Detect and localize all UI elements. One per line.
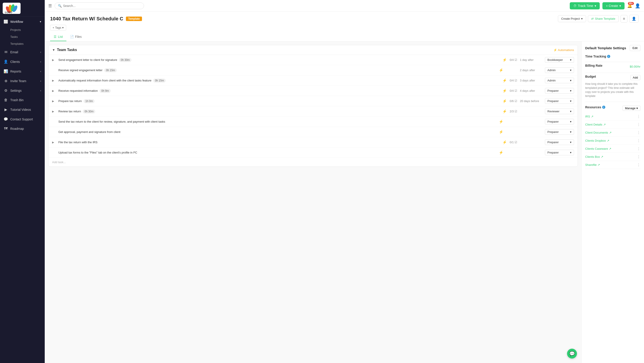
automations-link[interactable]: ⚡ Automations [554,48,574,52]
sidebar-item-projects[interactable]: Projects [10,27,45,33]
task-assignee[interactable]: Preparer▾ [545,129,574,135]
tags-button[interactable]: + Tags ▾ [50,25,66,31]
sidebar-item-label: Reports [10,70,21,73]
more-options-button[interactable]: ⋮ [637,114,640,119]
sidebar-item-trash-bin[interactable]: 🗑 Trash Bin [0,95,45,105]
task-assignee[interactable]: Preparer▾ [545,139,574,145]
more-options-button[interactable]: ⋮ [637,155,640,159]
right-panel-title: Default Template Settings [585,46,626,50]
resource-link[interactable]: Clients Box↗ [585,155,637,158]
table-row: Get approval, payment and signature from… [48,127,578,137]
task-assignee[interactable]: Admin▾ [545,67,574,73]
search-box: 🔍 [54,3,144,9]
create-project-button[interactable]: Create Project ▾ [558,15,586,22]
sidebar-item-reports[interactable]: 📊 Reports ‹ [0,67,45,76]
automation-icon[interactable]: ⚡ [499,130,503,134]
resource-link[interactable]: Sharefile↗ [585,163,637,167]
more-options-button[interactable]: ⋮ [637,163,640,167]
external-link-icon: ↗ [607,139,609,142]
budget-row: Budget Add [585,75,640,80]
manage-button[interactable]: Manage ▾ [622,106,640,111]
expand-button[interactable]: ▶ [52,89,56,92]
tab-list[interactable]: ☰ List [50,33,66,41]
billing-rate-row: Billing Rate $0.00/hr [585,64,640,69]
resource-link[interactable]: Client Details↗ [585,123,637,126]
track-time-label: Track Time [578,4,593,8]
chevron-down-icon: ▾ [636,107,638,110]
automation-icon[interactable]: ⚡ [502,89,507,93]
automation-icon[interactable]: ⚡ [499,68,503,72]
sidebar-item-tasks[interactable]: Tasks [10,33,45,40]
list-item: Clients Caseware↗⋮ [585,145,640,153]
avatar-button[interactable]: 👤 [635,3,640,9]
task-assignee[interactable]: Preparer▾ [545,119,574,124]
add-task-row[interactable]: Add task... [48,158,578,167]
share-template-button[interactable]: ⇄ Share Template [588,15,619,22]
sidebar: LOGO ⬜ Workflow ▾ Projects Tasks Templat… [0,0,45,363]
budget-add-button[interactable]: Add [630,75,640,80]
task-assignee[interactable]: Preparer▾ [545,88,574,94]
task-assignee[interactable]: Preparer▾ [545,150,574,155]
more-options-button[interactable]: ⋮ [637,139,640,143]
expand-button[interactable]: ▶ [52,58,56,62]
billing-rate-value: $0.00/hr [630,65,640,68]
more-options-button[interactable]: ⋮ [637,147,640,151]
hamburger-icon[interactable]: ☰ [48,3,52,8]
resources-info-icon[interactable]: i [602,106,605,109]
resources-header: Resources i Manage ▾ [585,105,640,111]
track-time-button[interactable]: ⏱ Track Time ▾ [570,2,600,10]
list-view-button[interactable]: ≡ [620,15,628,23]
automation-icon[interactable]: ⚡ [499,150,503,155]
sidebar-item-templates[interactable]: Templates [10,40,45,47]
task-name: File the tax return with the IRS [58,141,500,144]
table-row: Upload tax forms to the "Files" tab on t… [48,148,578,158]
automation-icon[interactable]: ⚡ [502,140,507,144]
files-icon: 📄 [70,35,74,39]
sidebar-item-workflow[interactable]: ⬜ Workflow ▾ [0,17,45,27]
resource-link[interactable]: Clients Caseware↗ [585,147,637,150]
header-actions: Create Project ▾ ⇄ Share Template ≡ 👤 [558,15,639,23]
tab-files[interactable]: 📄 Files [66,33,86,41]
resource-link[interactable]: Client Documents↗ [585,131,637,134]
search-input[interactable] [63,4,141,8]
sidebar-item-contact-support[interactable]: 💬 Contact Support [0,114,45,124]
sidebar-item-tutorial-videos[interactable]: ▶ Tutorial Videos [0,105,45,114]
edit-button[interactable]: Edit [630,45,640,51]
sidebar-item-invite-team[interactable]: ⊕ Invite Team ‹ [0,76,45,86]
expand-button[interactable]: ▶ [52,141,56,144]
info-icon[interactable]: i [607,55,610,58]
automation-icon[interactable]: ⚡ [502,78,507,83]
task-assignee[interactable]: Bookkeeper▾ [545,57,574,63]
expand-button[interactable]: ▶ [52,100,56,103]
more-options-button[interactable]: ⋮ [637,131,640,135]
sidebar-item-clients[interactable]: 👤 Clients ‹ [0,57,45,67]
resource-link[interactable]: Clients Dropbox↗ [585,139,637,142]
sidebar-item-email[interactable]: ✉ Email ‹ [0,47,45,57]
search-icon: 🔍 [58,4,62,8]
task-time-badge: 1h 0m [84,99,94,103]
task-assignee[interactable]: Admin▾ [545,78,574,83]
sidebar-item-settings[interactable]: ⚙ Settings ‹ [0,86,45,95]
automation-icon[interactable]: ⚡ [502,109,507,114]
task-time-badge: 0h 9m [100,89,110,93]
sidebar-item-roadmap[interactable]: 🗺 Roadmap [0,124,45,133]
chevron-down-icon: ▾ [570,110,572,113]
create-button[interactable]: + Create ▾ [602,2,624,10]
time-tracking-label: Time Tracking i [585,55,640,58]
more-options-button[interactable]: ⋮ [637,122,640,127]
automation-icon[interactable]: ⚡ [502,58,507,62]
expand-button[interactable]: ▶ [52,79,56,82]
expand-button[interactable]: ▶ [52,110,56,113]
resource-link[interactable]: IRS↗ [585,115,637,118]
chevron-down-icon: ▾ [581,17,583,20]
page-title-row: 1040 Tax Return W/ Schedule C Template C… [50,15,639,23]
task-assignee[interactable]: Preparer▾ [545,98,574,104]
notification-button[interactable]: 🔔 99+ [627,3,632,8]
automation-icon[interactable]: ⚡ [502,99,507,103]
collapse-button[interactable]: ▼ [52,48,55,52]
task-assignee[interactable]: Reviewer▾ [545,109,574,114]
user-view-button[interactable]: 👤 [629,15,639,23]
chat-button[interactable]: 💬 [567,349,577,358]
video-icon: ▶ [4,107,8,112]
automation-icon[interactable]: ⚡ [499,120,503,124]
